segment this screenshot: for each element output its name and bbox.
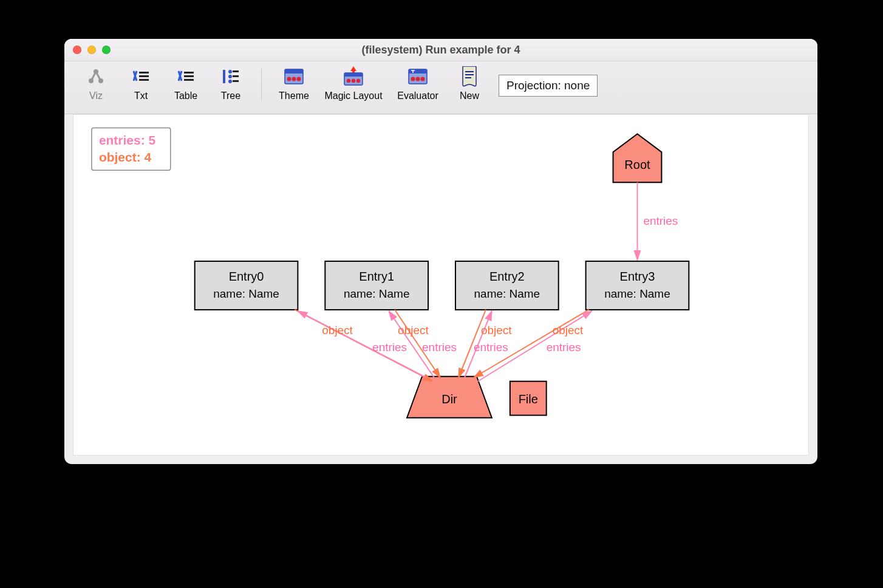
svg-point-22: [297, 77, 301, 81]
dir-label: Dir: [442, 392, 457, 406]
viz-icon: [86, 66, 106, 87]
edge-entry2-object-label: object: [481, 324, 512, 337]
legend: entries: 5 object: 4: [92, 128, 171, 170]
svg-rect-7: [139, 79, 149, 81]
diagram-canvas[interactable]: entries: 5 object: 4 Root entries Entry0…: [73, 114, 809, 456]
svg-rect-35: [465, 74, 474, 75]
edge-entry3-object-label: object: [553, 324, 584, 337]
minimize-window-button[interactable]: [87, 46, 96, 54]
svg-point-12: [228, 70, 232, 74]
theme-button[interactable]: Theme: [271, 66, 316, 101]
dir-node[interactable]: Dir: [407, 377, 492, 418]
table-label: Table: [174, 91, 197, 101]
svg-rect-38: [195, 261, 298, 310]
entry0-node[interactable]: Entry0 name: Name: [195, 261, 298, 310]
magic-layout-label: Magic Layout: [324, 91, 382, 101]
svg-line-3: [91, 72, 96, 81]
window-controls: [73, 46, 111, 54]
theme-label: Theme: [279, 91, 309, 101]
evaluator-icon: [407, 66, 428, 87]
new-button[interactable]: New: [449, 66, 490, 101]
evaluator-button[interactable]: Evaluator: [390, 66, 445, 101]
entry2-title: Entry2: [489, 270, 525, 283]
viz-tab[interactable]: Viz: [75, 66, 117, 101]
txt-label: Txt: [134, 91, 148, 101]
svg-point-13: [228, 75, 232, 78]
edge-dir-entry2b-label: entries: [474, 341, 508, 354]
svg-point-33: [421, 77, 425, 81]
svg-rect-19: [285, 69, 303, 74]
close-window-button[interactable]: [73, 46, 81, 54]
svg-rect-36: [465, 77, 471, 78]
entry1-node[interactable]: Entry1 name: Name: [325, 261, 428, 310]
legend-entries-line: entries: 5: [99, 133, 156, 147]
svg-point-27: [352, 79, 355, 83]
svg-rect-11: [223, 70, 225, 83]
svg-rect-25: [344, 73, 363, 77]
svg-rect-17: [233, 80, 239, 82]
svg-rect-6: [139, 75, 149, 77]
toolbar: Viz Txt Table: [64, 61, 817, 114]
svg-rect-15: [233, 70, 239, 72]
entry0-title: Entry0: [229, 270, 264, 283]
maximize-window-button[interactable]: [102, 46, 111, 54]
magic-layout-icon: [343, 66, 364, 87]
root-node[interactable]: Root: [613, 134, 662, 182]
new-icon: [459, 66, 480, 87]
svg-rect-10: [184, 79, 194, 81]
svg-point-26: [347, 79, 350, 83]
svg-point-32: [416, 77, 420, 81]
table-tab[interactable]: Table: [165, 66, 206, 101]
svg-rect-39: [325, 261, 428, 310]
edge-entry0-object-label: object: [322, 324, 353, 337]
title-bar[interactable]: (filesystem) Run example for 4: [64, 39, 817, 61]
table-icon: [176, 66, 196, 87]
root-label: Root: [624, 158, 650, 171]
theme-icon: [284, 66, 304, 87]
file-node[interactable]: File: [510, 381, 547, 415]
evaluator-label: Evaluator: [397, 91, 438, 101]
svg-rect-9: [184, 75, 194, 77]
legend-object-line: object: 4: [99, 150, 152, 164]
entry2-sub: name: Name: [474, 287, 540, 300]
toolbar-separator: [261, 69, 262, 100]
svg-point-20: [287, 77, 291, 81]
tree-label: Tree: [221, 91, 240, 101]
edge-entry1-object-label: object: [398, 324, 429, 337]
svg-rect-34: [465, 71, 474, 72]
viz-label: Viz: [89, 91, 103, 101]
entry1-title: Entry1: [359, 270, 394, 283]
file-label: File: [519, 392, 538, 406]
edge-dir-entry0: [298, 311, 426, 378]
svg-rect-5: [139, 72, 149, 74]
entry2-node[interactable]: Entry2 name: Name: [455, 261, 559, 310]
entry0-sub: name: Name: [213, 287, 279, 300]
entry3-sub: name: Name: [604, 287, 670, 300]
svg-point-28: [356, 79, 360, 83]
edge-root-entry3-label: entries: [643, 214, 678, 227]
edge-dir-entry1-label: entries: [372, 341, 407, 354]
entry1-sub: name: Name: [344, 287, 410, 300]
svg-rect-8: [184, 72, 194, 74]
tree-icon: [220, 66, 241, 87]
window-title: (filesystem) Run example for 4: [64, 44, 817, 56]
tree-tab[interactable]: Tree: [210, 66, 251, 101]
svg-point-31: [411, 77, 415, 81]
svg-line-4: [96, 72, 101, 81]
txt-icon: [131, 66, 151, 87]
entry3-node[interactable]: Entry3 name: Name: [586, 261, 689, 310]
svg-point-21: [292, 77, 296, 81]
projection-selector[interactable]: Projection: none: [499, 75, 598, 97]
app-window: (filesystem) Run example for 4 Viz: [64, 39, 817, 464]
svg-rect-40: [455, 261, 559, 310]
svg-rect-30: [409, 69, 427, 74]
txt-tab[interactable]: Txt: [120, 66, 162, 101]
svg-point-14: [228, 80, 232, 83]
magic-layout-button[interactable]: Magic Layout: [320, 66, 387, 101]
edge-dir-entry3-label: entries: [547, 341, 581, 354]
new-label: New: [460, 91, 479, 101]
svg-rect-41: [586, 261, 689, 310]
edge-dir-entry2-label: entries: [422, 341, 457, 354]
entry3-title: Entry3: [620, 270, 655, 283]
svg-rect-16: [233, 75, 239, 77]
